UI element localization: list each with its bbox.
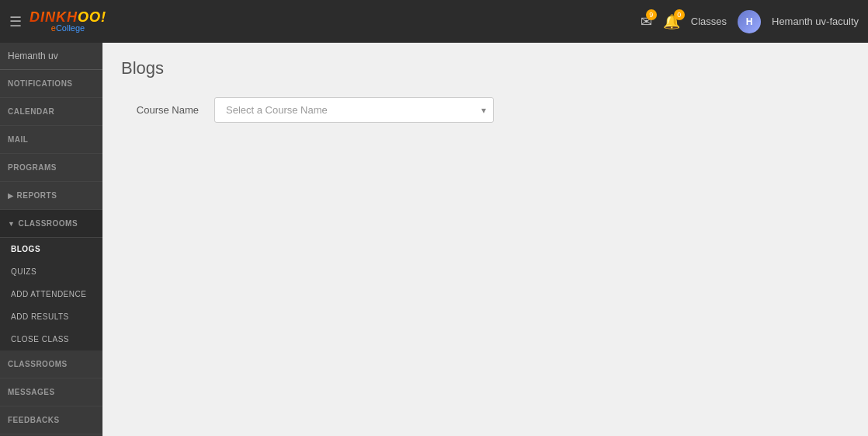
sidebar-user: Hemanth uv — [0, 43, 102, 70]
course-name-label: Course Name — [121, 104, 199, 116]
layout: Hemanth uv NOTIFICATIONS CALENDAR MAIL P… — [0, 43, 868, 436]
course-name-select[interactable]: Select a Course Name — [214, 97, 494, 123]
sidebar-item-label: CALENDAR — [8, 107, 54, 116]
sidebar-item-classrooms2[interactable]: CLASSROOMS — [0, 351, 102, 378]
header-left: ☰ DINKHOO! eCollege — [9, 10, 106, 33]
sidebar-item-label: CLASSROOMS — [18, 219, 78, 228]
header-right: ✉ 9 🔔 0 Classes H Hemanth uv-faculty — [641, 10, 859, 33]
sidebar-item-reports[interactable]: ▶ REPORTS — [0, 182, 102, 210]
submenu-item-add-attendence[interactable]: ADD ATTENDENCE — [0, 283, 102, 305]
chevron-down-icon: ▼ — [8, 220, 15, 228]
sidebar-item-label: FEEDBACKS — [8, 416, 60, 424]
sidebar-item-label: MAIL — [8, 135, 28, 144]
logo-bottom: eCollege — [51, 24, 85, 33]
submenu-item-blogs[interactable]: BLOGS — [0, 238, 102, 260]
sidebar-item-feedbacks[interactable]: FEEDBACKS — [0, 406, 102, 434]
classrooms-submenu: BLOGS QUIZS ADD ATTENDENCE ADD RESULTS C… — [0, 238, 102, 351]
avatar: H — [738, 10, 761, 33]
submenu-item-add-results[interactable]: ADD RESULTS — [0, 305, 102, 328]
sidebar-item-calendar[interactable]: CALENDAR — [0, 98, 102, 126]
bell-icon[interactable]: 🔔 0 — [663, 13, 680, 30]
sidebar-item-mail[interactable]: MAIL — [0, 126, 102, 154]
sidebar-item-label: PROGRAMS — [8, 163, 57, 172]
submenu-item-quizs[interactable]: QUIZS — [0, 260, 102, 283]
sidebar-item-classrooms-expanded[interactable]: ▼ CLASSROOMS — [0, 210, 102, 238]
sidebar-item-notifications[interactable]: NOTIFICATIONS — [0, 70, 102, 98]
chevron-right-icon: ▶ — [8, 192, 14, 200]
classes-link[interactable]: Classes — [691, 16, 727, 27]
course-name-select-wrapper: Select a Course Name ▾ — [214, 97, 494, 123]
app-header: ☰ DINKHOO! eCollege ✉ 9 🔔 0 Classes H He… — [0, 0, 868, 43]
mail-badge: 9 — [646, 9, 657, 20]
sidebar-item-label: CLASSROOMS — [8, 360, 68, 368]
logo: DINKHOO! eCollege — [30, 10, 106, 33]
page-title: Blogs — [121, 58, 849, 78]
logo-top: DINKHOO! — [30, 10, 106, 24]
sidebar: Hemanth uv NOTIFICATIONS CALENDAR MAIL P… — [0, 43, 102, 436]
sidebar-item-messages[interactable]: MESSAGES — [0, 378, 102, 406]
bell-badge: 0 — [674, 9, 685, 20]
main-content: Blogs Course Name Select a Course Name ▾ — [102, 43, 868, 436]
sidebar-item-label: MESSAGES — [8, 388, 55, 396]
user-name-header: Hemanth uv-faculty — [772, 16, 859, 27]
submenu-item-close-class[interactable]: CLOSE CLASS — [0, 328, 102, 351]
sidebar-item-label: REPORTS — [17, 191, 57, 200]
hamburger-icon[interactable]: ☰ — [9, 13, 22, 30]
course-name-row: Course Name Select a Course Name ▾ — [121, 97, 849, 123]
mail-icon[interactable]: ✉ 9 — [641, 13, 652, 30]
sidebar-item-label: NOTIFICATIONS — [8, 79, 73, 88]
sidebar-item-programs[interactable]: PROGRAMS — [0, 154, 102, 182]
